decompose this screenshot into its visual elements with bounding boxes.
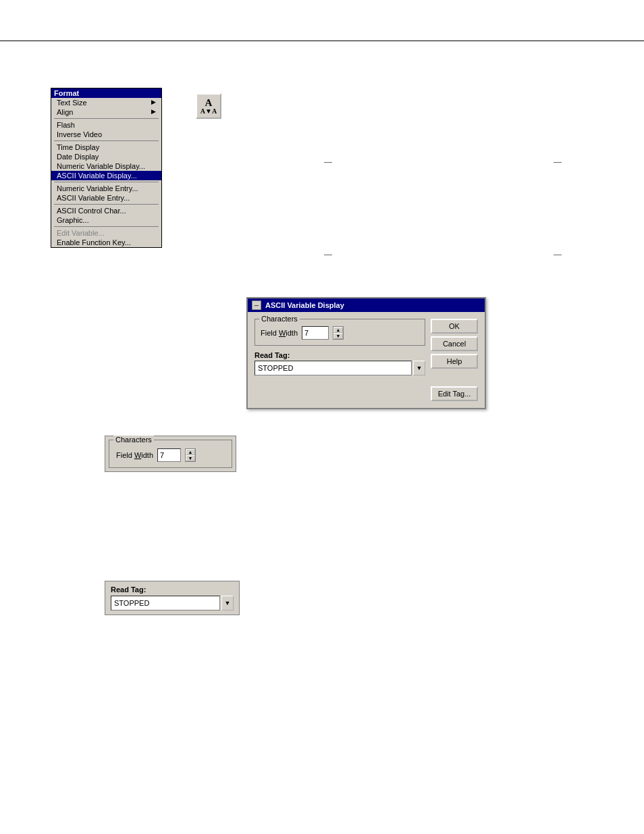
cancel-button[interactable]: Cancel [431, 336, 478, 351]
chars-zoomed-label: Characters [113, 436, 154, 444]
ascii-variable-display-dialog: ─ ASCII Variable Display Characters Fiel… [246, 297, 486, 409]
field-width-input[interactable] [302, 326, 329, 340]
menu-item-time-display[interactable]: Time Display [51, 142, 161, 152]
format-icon-inner: A A▼A [200, 98, 217, 115]
read-tag-input[interactable] [254, 361, 412, 375]
read-tag-row: ▼ [254, 361, 425, 375]
menu-item-inverse-video[interactable]: Inverse Video [51, 130, 161, 139]
help-button[interactable]: Help [431, 354, 478, 369]
field-width-spinner: ▲ ▼ [333, 326, 344, 340]
chars-zoomed-spinner: ▲ ▼ [185, 448, 196, 462]
chars-zoomed-field-label: Field Width [116, 451, 153, 459]
chars-zoomed-spinner-up[interactable]: ▲ [186, 449, 195, 455]
menu-item-edit-variable: Edit Variable... [51, 228, 161, 238]
readtag-zoomed-row: ▼ [111, 596, 234, 610]
dialog-titlebar: ─ ASCII Variable Display [248, 298, 485, 312]
readtag-zoomed-input[interactable] [111, 596, 220, 610]
chars-zoomed-spinner-down[interactable]: ▼ [186, 455, 195, 461]
dialog-left-panel: Characters Field Width ▲ ▼ Read Tag: ▼ [254, 319, 425, 401]
menu-separator-4 [54, 204, 159, 205]
read-tag-label: Read Tag: [254, 351, 425, 359]
characters-group-box: Characters Field Width ▲ ▼ [254, 319, 425, 346]
menu-item-numeric-variable-entry[interactable]: Numeric Variable Entry... [51, 184, 161, 193]
field-width-label: Field Width [261, 329, 298, 337]
menu-item-date-display[interactable]: Date Display [51, 152, 161, 161]
menu-separator-1 [54, 118, 159, 119]
format-menu-title[interactable]: Format [51, 88, 161, 98]
menu-item-enable-function-key[interactable]: Enable Function Key... [51, 238, 161, 247]
menu-item-numeric-variable-display[interactable]: Numeric Variable Display... [51, 161, 161, 171]
format-icon-button[interactable]: A A▼A [196, 93, 221, 119]
dash-4: — [554, 250, 562, 259]
dash-1: — [324, 157, 332, 167]
dash-3: — [324, 250, 332, 259]
top-rule [0, 41, 644, 41]
chars-zoomed-input[interactable] [157, 448, 181, 462]
field-width-underline: W [279, 329, 286, 337]
dialog-system-menu-icon[interactable]: ─ [252, 301, 261, 310]
dash-2: — [554, 157, 562, 167]
characters-zoomed-inner: Characters Field Width ▲ ▼ [109, 440, 232, 468]
menu-item-align[interactable]: Align [51, 107, 161, 117]
menu-item-ascii-variable-display[interactable]: ASCII Variable Display... [51, 171, 161, 180]
readtag-zoomed-label: Read Tag: [111, 585, 234, 594]
menu-item-text-size[interactable]: Text Size [51, 98, 161, 107]
menu-separator-2 [54, 140, 159, 141]
dialog-right-panel: OK Cancel Help Edit Tag... [431, 319, 478, 401]
read-tag-dropdown-button[interactable]: ▼ [413, 361, 425, 375]
menu-item-graphic[interactable]: Graphic... [51, 215, 161, 225]
format-icon-bottom: A▼A [200, 108, 217, 115]
spinner-down-button[interactable]: ▼ [333, 333, 343, 339]
chars-zoomed-field-row: Field Width ▲ ▼ [116, 448, 225, 462]
menu-item-ascii-control-char[interactable]: ASCII Control Char... [51, 206, 161, 215]
dialog-title: ASCII Variable Display [265, 301, 344, 309]
read-tag-section: Read Tag: ▼ [254, 351, 425, 375]
ok-button[interactable]: OK [431, 319, 478, 334]
menu-separator-5 [54, 226, 159, 227]
dialog-body: Characters Field Width ▲ ▼ Read Tag: ▼ [248, 312, 485, 408]
format-icon-top: A [205, 98, 213, 108]
menu-item-flash[interactable]: Flash [51, 120, 161, 130]
characters-group-label: Characters [259, 315, 300, 323]
readtag-zoomed-dropdown[interactable]: ▼ [221, 596, 234, 610]
edit-tag-button[interactable]: Edit Tag... [431, 386, 478, 401]
characters-zoomed-box: Characters Field Width ▲ ▼ [105, 436, 236, 472]
readtag-zoomed-box: Read Tag: ▼ [105, 581, 240, 615]
menu-item-ascii-variable-entry[interactable]: ASCII Variable Entry... [51, 193, 161, 203]
spinner-up-button[interactable]: ▲ [333, 327, 343, 333]
field-width-row: Field Width ▲ ▼ [261, 326, 419, 340]
menu-separator-3 [54, 182, 159, 182]
format-menu: Format Text Size Align Flash Inverse Vid… [51, 88, 162, 248]
